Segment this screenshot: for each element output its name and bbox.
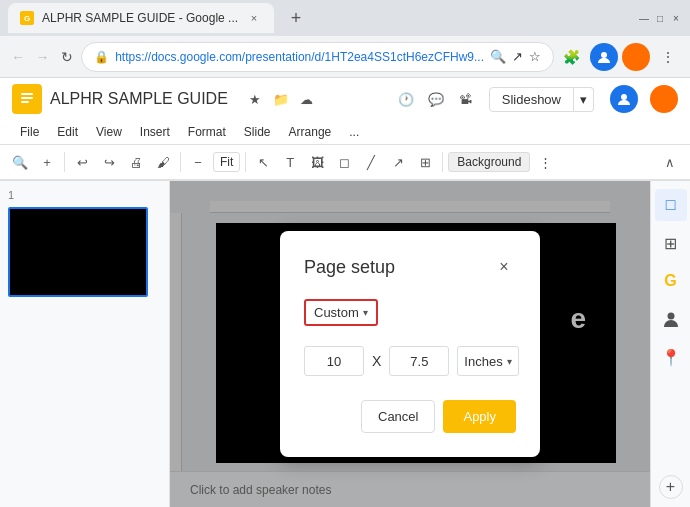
minimize-button[interactable]: — bbox=[638, 12, 650, 24]
undo-button[interactable]: ↩ bbox=[70, 150, 94, 174]
menu-view[interactable]: View bbox=[88, 122, 130, 142]
modal-buttons: Cancel Apply bbox=[304, 400, 516, 433]
slides-app-icon bbox=[12, 84, 42, 114]
image-tool[interactable]: 🖼 bbox=[305, 150, 329, 174]
more-options-icon[interactable]: ⋮ bbox=[654, 43, 682, 71]
custom-dropdown-label: Custom bbox=[314, 305, 359, 320]
slide-number: 1 bbox=[8, 189, 161, 201]
back-button[interactable]: ← bbox=[8, 43, 28, 71]
more-options-toolbar[interactable]: ⋮ bbox=[533, 150, 557, 174]
cursor-tool[interactable]: ↖ bbox=[251, 150, 275, 174]
unit-arrow-icon: ▾ bbox=[507, 356, 512, 367]
lock-icon: 🔒 bbox=[94, 50, 109, 64]
slide-panel: 1 bbox=[0, 181, 170, 507]
forward-button[interactable]: → bbox=[32, 43, 52, 71]
text-tool[interactable]: T bbox=[278, 150, 302, 174]
search-icon: 🔍 bbox=[490, 49, 506, 64]
height-input[interactable] bbox=[389, 346, 449, 376]
unit-dropdown[interactable]: Inches ▾ bbox=[457, 346, 518, 376]
zoom-level[interactable]: Fit bbox=[213, 152, 240, 172]
menu-file[interactable]: File bbox=[12, 122, 47, 142]
tab-close-button[interactable]: × bbox=[246, 10, 262, 26]
user-profile-avatar[interactable] bbox=[650, 85, 678, 113]
sidebar-icon-google[interactable]: G bbox=[655, 265, 687, 297]
modal-overlay: Page setup × Custom ▾ X Inches bbox=[170, 181, 650, 507]
share-icon: ↗ bbox=[512, 49, 523, 64]
menu-insert[interactable]: Insert bbox=[132, 122, 178, 142]
maximize-button[interactable]: □ bbox=[654, 12, 666, 24]
dimension-x-separator: X bbox=[372, 353, 381, 369]
slides-title-icons: ★ 📁 ☁ bbox=[244, 88, 318, 110]
tab-title: ALPHR SAMPLE GUIDE - Google ... bbox=[42, 11, 238, 25]
dropdown-arrow-icon: ▾ bbox=[363, 307, 368, 318]
add-toolbar-button[interactable]: + bbox=[35, 150, 59, 174]
slides-header: ALPHR SAMPLE GUIDE ★ 📁 ☁ 🕐 💬 📽 Slideshow… bbox=[0, 78, 690, 181]
unit-label: Inches bbox=[464, 354, 502, 369]
svg-rect-3 bbox=[21, 97, 33, 99]
redo-button[interactable]: ↪ bbox=[97, 150, 121, 174]
cloud-icon[interactable]: ☁ bbox=[296, 88, 318, 110]
right-sidebar: □ ⊞ G 📍 + bbox=[650, 181, 690, 507]
refresh-button[interactable]: ↻ bbox=[57, 43, 77, 71]
sidebar-icon-people[interactable] bbox=[655, 303, 687, 335]
tab-favicon: G bbox=[20, 11, 34, 25]
dimensions-row: X Inches ▾ bbox=[304, 346, 516, 376]
toolbar: 🔍 + ↩ ↪ 🖨 🖌 − Fit ↖ T 🖼 ◻ ╱ ↗ ⊞ Backgrou bbox=[0, 144, 690, 180]
cancel-button[interactable]: Cancel bbox=[361, 400, 435, 433]
slideshow-button[interactable]: Slideshow bbox=[489, 87, 574, 112]
sidebar-icon-location[interactable]: 📍 bbox=[655, 341, 687, 373]
shapes-tool[interactable]: ◻ bbox=[332, 150, 356, 174]
browser-frame: G ALPHR SAMPLE GUIDE - Google ... × + — … bbox=[0, 0, 690, 507]
custom-dropdown[interactable]: Custom ▾ bbox=[304, 299, 378, 326]
page-setup-modal: Page setup × Custom ▾ X Inches bbox=[280, 231, 540, 457]
zoom-out-button[interactable]: − bbox=[186, 150, 210, 174]
modal-close-button[interactable]: × bbox=[492, 255, 516, 279]
bookmark-icon: ☆ bbox=[529, 49, 541, 64]
slide-thumbnail[interactable] bbox=[8, 207, 148, 297]
extension-icon[interactable]: 🧩 bbox=[558, 43, 586, 71]
menu-arrange[interactable]: Arrange bbox=[281, 122, 340, 142]
svg-point-5 bbox=[621, 94, 627, 100]
title-bar: G ALPHR SAMPLE GUIDE - Google ... × + — … bbox=[0, 0, 690, 36]
collapse-toolbar[interactable]: ∧ bbox=[658, 150, 682, 174]
svg-point-6 bbox=[667, 313, 674, 320]
menu-slide[interactable]: Slide bbox=[236, 122, 279, 142]
slides-title-bar: ALPHR SAMPLE GUIDE ★ 📁 ☁ 🕐 💬 📽 Slideshow… bbox=[0, 78, 690, 120]
background-button[interactable]: Background bbox=[448, 152, 530, 172]
more-tools[interactable]: ⊞ bbox=[413, 150, 437, 174]
account-button[interactable] bbox=[610, 85, 638, 113]
close-button[interactable]: × bbox=[670, 12, 682, 24]
search-toolbar-icon[interactable]: 🔍 bbox=[8, 150, 32, 174]
user-avatar[interactable] bbox=[622, 43, 650, 71]
svg-rect-2 bbox=[21, 93, 33, 95]
present-mode-icon[interactable]: 📽 bbox=[455, 88, 477, 110]
paint-format-button[interactable]: 🖌 bbox=[151, 150, 175, 174]
menu-edit[interactable]: Edit bbox=[49, 122, 86, 142]
sidebar-add-button[interactable]: + bbox=[659, 475, 683, 499]
toolbar-separator-2 bbox=[180, 152, 181, 172]
menu-bar: File Edit View Insert Format Slide Arran… bbox=[0, 120, 690, 144]
arrow-tool[interactable]: ↗ bbox=[386, 150, 410, 174]
slideshow-dropdown-button[interactable]: ▾ bbox=[574, 87, 594, 112]
line-tool[interactable]: ╱ bbox=[359, 150, 383, 174]
new-tab-button[interactable]: + bbox=[282, 4, 310, 32]
sidebar-icon-grid[interactable]: ⊞ bbox=[655, 227, 687, 259]
print-button[interactable]: 🖨 bbox=[124, 150, 148, 174]
nav-bar: ← → ↻ 🔒 https://docs.google.com/presenta… bbox=[0, 36, 690, 78]
sidebar-icon-slides[interactable]: □ bbox=[655, 189, 687, 221]
width-input[interactable] bbox=[304, 346, 364, 376]
modal-header: Page setup × bbox=[304, 255, 516, 279]
toolbar-separator-1 bbox=[64, 152, 65, 172]
comments-icon[interactable]: 💬 bbox=[425, 88, 447, 110]
browser-tab[interactable]: G ALPHR SAMPLE GUIDE - Google ... × bbox=[8, 3, 274, 33]
star-icon[interactable]: ★ bbox=[244, 88, 266, 110]
folder-icon[interactable]: 📁 bbox=[270, 88, 292, 110]
toolbar-separator-3 bbox=[245, 152, 246, 172]
apply-button[interactable]: Apply bbox=[443, 400, 516, 433]
profile-button[interactable] bbox=[590, 43, 618, 71]
menu-more[interactable]: ... bbox=[341, 122, 367, 142]
svg-rect-4 bbox=[21, 101, 29, 103]
address-bar[interactable]: 🔒 https://docs.google.com/presentation/d… bbox=[81, 42, 554, 72]
menu-format[interactable]: Format bbox=[180, 122, 234, 142]
history-icon[interactable]: 🕐 bbox=[395, 88, 417, 110]
